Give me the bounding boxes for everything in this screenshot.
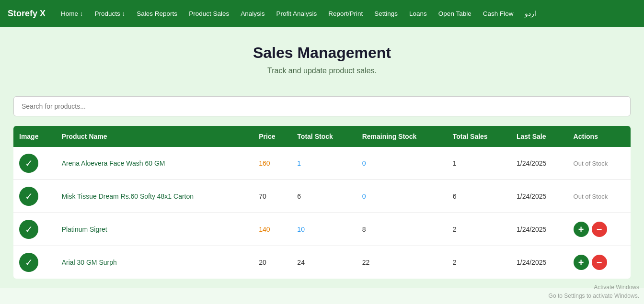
last-sale: 1/24/2025 bbox=[511, 147, 568, 180]
total-stock: 1 bbox=[291, 147, 356, 180]
remaining-stock: 0 bbox=[356, 180, 447, 213]
nav-item-settings[interactable]: Settings bbox=[368, 0, 403, 27]
nav-item-product-sales[interactable]: Product Sales bbox=[183, 0, 235, 27]
products-table-container: ImageProduct NamePriceTotal StockRemaini… bbox=[0, 126, 644, 288]
col-header-last-sale: Last Sale bbox=[511, 126, 568, 147]
total-sales: 1 bbox=[447, 147, 511, 180]
nav-item-profit-analysis[interactable]: Profit Analysis bbox=[270, 0, 322, 27]
col-header-total-sales: Total Sales bbox=[447, 126, 511, 147]
nav-item-products[interactable]: Products ↓ bbox=[89, 0, 131, 27]
total-stock: 24 bbox=[291, 246, 356, 279]
hero-section: Sales Management Track and update produc… bbox=[0, 27, 644, 89]
product-price: 70 bbox=[253, 180, 291, 213]
product-name: Arial 30 GM Surph bbox=[56, 246, 253, 279]
col-header-remaining-stock: Remaining Stock bbox=[356, 126, 447, 147]
remaining-stock: 8 bbox=[356, 213, 447, 246]
actions-cell: Out of Stock bbox=[568, 147, 631, 180]
page-subtitle: Track and update product sales. bbox=[10, 67, 634, 75]
remove-sale-button[interactable]: − bbox=[592, 222, 607, 237]
total-sales: 6 bbox=[447, 180, 511, 213]
add-sale-button[interactable]: + bbox=[574, 255, 589, 270]
products-table: ImageProduct NamePriceTotal StockRemaini… bbox=[13, 126, 631, 279]
table-row: ✓Platinum Sigret14010821/24/2025+− bbox=[13, 213, 631, 246]
table-header: ImageProduct NamePriceTotal StockRemaini… bbox=[13, 126, 631, 147]
total-sales: 2 bbox=[447, 213, 511, 246]
action-buttons: +− bbox=[574, 255, 625, 270]
nav-item-cash-flow[interactable]: Cash Flow bbox=[477, 0, 519, 27]
nav-item-report-print[interactable]: Report/Print bbox=[322, 0, 368, 27]
nav-item-analysis[interactable]: Analysis bbox=[235, 0, 270, 27]
table-body: ✓Arena Aloevera Face Wash 60 GM1601011/2… bbox=[13, 147, 631, 279]
total-stock: 6 bbox=[291, 180, 356, 213]
col-header-image: Image bbox=[13, 126, 56, 147]
nav-item-loans[interactable]: Loans bbox=[403, 0, 433, 27]
product-price: 20 bbox=[253, 246, 291, 279]
action-buttons: +− bbox=[574, 222, 625, 237]
remaining-stock: 22 bbox=[356, 246, 447, 279]
product-price: 160 bbox=[253, 147, 291, 180]
product-check-icon: ✓ bbox=[19, 187, 38, 206]
nav-item-open-table[interactable]: Open Table bbox=[433, 0, 477, 27]
search-input[interactable] bbox=[13, 96, 631, 116]
last-sale: 1/24/2025 bbox=[511, 246, 568, 279]
product-name: Platinum Sigret bbox=[56, 213, 253, 246]
product-name: Misk Tissue Dream Rs.60 Softy 48x1 Carto… bbox=[56, 180, 253, 213]
nav-menu: Home ↓Products ↓Sales ReportsProduct Sal… bbox=[55, 0, 542, 27]
remove-sale-button[interactable]: − bbox=[592, 255, 607, 270]
product-check-icon: ✓ bbox=[19, 253, 38, 272]
table-row: ✓Arial 30 GM Surph20242221/24/2025+− bbox=[13, 246, 631, 279]
col-header-actions: Actions bbox=[568, 126, 631, 147]
search-section bbox=[0, 89, 644, 126]
nav-item-sales-reports[interactable]: Sales Reports bbox=[131, 0, 183, 27]
product-check-icon: ✓ bbox=[19, 154, 38, 173]
nav-item-urdu[interactable]: اردو bbox=[519, 0, 542, 27]
last-sale: 1/24/2025 bbox=[511, 213, 568, 246]
actions-cell: +− bbox=[568, 213, 631, 246]
product-check-icon: ✓ bbox=[19, 220, 38, 239]
page-title: Sales Management bbox=[10, 44, 634, 62]
brand-logo: Storefy X bbox=[8, 9, 46, 19]
actions-cell: Out of Stock bbox=[568, 180, 631, 213]
product-price: 140 bbox=[253, 213, 291, 246]
col-header-price: Price bbox=[253, 126, 291, 147]
table-row: ✓Arena Aloevera Face Wash 60 GM1601011/2… bbox=[13, 147, 631, 180]
add-sale-button[interactable]: + bbox=[574, 222, 589, 237]
navbar: Storefy X Home ↓Products ↓Sales ReportsP… bbox=[0, 0, 644, 27]
total-sales: 2 bbox=[447, 246, 511, 279]
col-header-total-stock: Total Stock bbox=[291, 126, 356, 147]
total-stock: 10 bbox=[291, 213, 356, 246]
remaining-stock: 0 bbox=[356, 147, 447, 180]
actions-cell: +− bbox=[568, 246, 631, 279]
nav-item-home[interactable]: Home ↓ bbox=[55, 0, 89, 27]
col-header-product-name: Product Name bbox=[56, 126, 253, 147]
table-row: ✓Misk Tissue Dream Rs.60 Softy 48x1 Cart… bbox=[13, 180, 631, 213]
product-name: Arena Aloevera Face Wash 60 GM bbox=[56, 147, 253, 180]
last-sale: 1/24/2025 bbox=[511, 180, 568, 213]
